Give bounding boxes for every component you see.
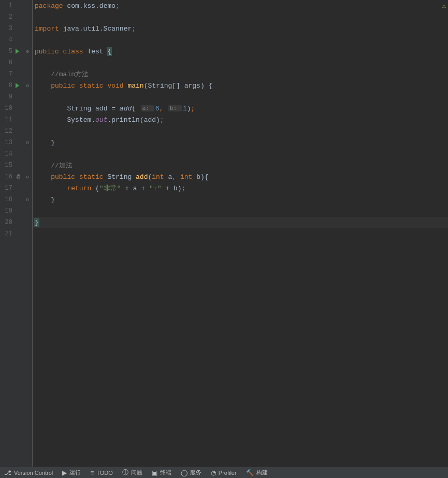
line-number: 6 <box>0 59 15 66</box>
code-line[interactable]: public static void main(String[] args) { <box>33 80 448 91</box>
line-number: 12 <box>0 128 15 135</box>
play-icon: ▶ <box>62 469 67 476</box>
override-icon[interactable]: @ <box>17 174 20 180</box>
line-number: 2 <box>0 13 15 21</box>
todo-button[interactable]: ≡TODO <box>90 469 113 476</box>
line-number: 8 <box>0 82 15 89</box>
profiler-button[interactable]: ◔Profiler <box>211 469 237 476</box>
build-button[interactable]: 🔨构建 <box>246 469 268 476</box>
run-gutter-icon[interactable] <box>16 49 19 54</box>
line-number: 1 <box>0 2 15 9</box>
fold-end-icon[interactable]: ⊟ <box>26 197 29 203</box>
code-line[interactable]: public class Test { <box>33 46 448 57</box>
terminal-button[interactable]: ▣终端 <box>152 469 171 476</box>
code-line[interactable]: public static String add(int a, int b){ <box>33 171 448 182</box>
fold-icon[interactable]: ⊖ <box>26 49 29 54</box>
line-number: 16 <box>0 173 15 180</box>
code-line[interactable]: } <box>33 137 448 148</box>
info-icon: ⓘ <box>122 468 128 477</box>
line-number: 9 <box>0 93 15 101</box>
fold-end-icon[interactable]: ⊟ <box>26 140 29 146</box>
hammer-icon: 🔨 <box>246 469 254 476</box>
line-number: 3 <box>0 25 15 32</box>
code-line[interactable]: package com.kss.demo; <box>33 0 448 11</box>
bottom-toolbar: ⎇Version Control ▶运行 ≡TODO ⓘ问题 ▣终端 ◯服务 ◔… <box>0 467 448 478</box>
line-number: 7 <box>0 71 15 78</box>
line-number: 13 <box>0 139 15 146</box>
line-number: 11 <box>0 116 15 123</box>
code-line[interactable] <box>33 148 448 160</box>
branch-icon: ⎇ <box>4 469 11 476</box>
terminal-icon: ▣ <box>152 469 157 476</box>
code-line[interactable]: } <box>33 194 448 205</box>
line-number: 20 <box>0 219 15 226</box>
services-icon: ◯ <box>181 469 187 476</box>
line-number: 5 <box>0 48 15 55</box>
line-number: 18 <box>0 196 15 203</box>
code-line[interactable]: return ("非常" + a + "+" + b); <box>33 182 448 194</box>
line-number: 14 <box>0 150 15 158</box>
code-line[interactable] <box>33 34 448 46</box>
code-line-current[interactable]: } <box>33 217 448 228</box>
code-line[interactable] <box>33 11 448 23</box>
param-hint: b: <box>168 105 182 111</box>
editor-area: 1 2 3 4 5⊖ 6 7 8⊖ 9 10 11 12 13⊟ 14 15 1… <box>0 0 448 467</box>
code-line[interactable] <box>33 125 448 137</box>
line-number: 15 <box>0 162 15 169</box>
code-area[interactable]: ⚠ package com.kss.demo; import java.util… <box>33 0 448 467</box>
code-line[interactable]: //加法 <box>33 160 448 171</box>
warning-indicator-icon[interactable]: ⚠ <box>442 2 446 10</box>
param-hint: a: <box>141 105 154 111</box>
fold-icon[interactable]: ⊖ <box>26 174 29 180</box>
profiler-icon: ◔ <box>211 469 216 476</box>
code-line[interactable]: String add = add( a: 6, b: 1); <box>33 103 448 114</box>
gutter: 1 2 3 4 5⊖ 6 7 8⊖ 9 10 11 12 13⊟ 14 15 1… <box>0 0 33 467</box>
code-line[interactable] <box>33 228 448 240</box>
code-line[interactable]: import java.util.Scanner; <box>33 23 448 34</box>
line-number: 10 <box>0 105 15 112</box>
services-button[interactable]: ◯服务 <box>181 469 201 476</box>
line-number: 17 <box>0 185 15 192</box>
code-line[interactable] <box>33 91 448 103</box>
code-line[interactable]: //main方法 <box>33 68 448 80</box>
code-line[interactable]: System.out.println(add); <box>33 114 448 125</box>
code-line[interactable] <box>33 57 448 68</box>
code-line[interactable] <box>33 205 448 217</box>
list-icon: ≡ <box>90 469 94 476</box>
run-button[interactable]: ▶运行 <box>62 469 81 476</box>
problems-button[interactable]: ⓘ问题 <box>122 468 142 477</box>
line-number: 4 <box>0 36 15 44</box>
line-number: 19 <box>0 207 15 215</box>
fold-icon[interactable]: ⊖ <box>26 83 29 89</box>
line-number: 21 <box>0 230 15 237</box>
run-gutter-icon[interactable] <box>16 83 19 88</box>
version-control-button[interactable]: ⎇Version Control <box>4 469 53 476</box>
